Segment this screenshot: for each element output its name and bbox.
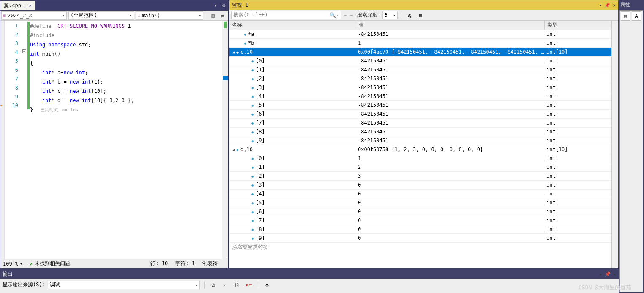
dropdown-icon[interactable]: ▾ [600,271,603,277]
pin-icon[interactable]: 📌 [605,271,611,277]
col-value[interactable]: 值 [356,21,545,30]
editor-status-bar: 109 % ▾ ✔未找到相关问题 行: 10 字符: 1 制表符 [0,259,228,268]
zoom-level[interactable]: 109 % ▾ [3,261,22,267]
watch-row[interactable]: ◈[7] -842150451 int [229,119,611,128]
editor-tab[interactable]: 源.cpp ⊥ × [0,1,35,10]
col-name[interactable]: 名称 [229,21,356,30]
fold-gutter[interactable]: − [22,21,27,259]
row-type: int [545,164,611,170]
row-value: 2 [356,164,545,170]
dropdown-icon[interactable]: ▾ [599,3,602,8]
project-combo[interactable]: ◧2024_2_3▾ [1,11,67,20]
watch-title-bar[interactable]: 监视 1 ▾ 📌 ✕ [229,0,618,10]
row-type: int [545,129,611,135]
watch-row[interactable]: ◈[9] 0 int [229,234,611,243]
code-area[interactable]: ➨ 12345678910 − #define _CRT_SECURE_NO_W… [0,21,228,259]
row-value: -842150451 [356,84,545,90]
row-type: int [545,76,611,81]
breakpoint-gutter[interactable]: ➨ [0,21,5,259]
wrap-icon[interactable]: ↩ [221,281,230,289]
close-icon[interactable]: × [29,3,32,8]
pin-icon[interactable]: ⊥ [24,3,27,8]
watch-row[interactable]: ◈[2] -842150451 int [229,74,611,83]
next-icon[interactable]: → [349,12,354,18]
row-name: [2] [256,173,265,179]
watch-row[interactable]: ◈[0] -842150451 int [229,57,611,65]
watch-row[interactable]: ◈[3] 0 int [229,181,611,190]
watch-row[interactable]: ◈[8] 0 int [229,225,611,234]
issues-status[interactable]: ✔未找到相关问题 [30,260,70,267]
watch-row[interactable]: ◈[4] 0 int [229,190,611,198]
watch-row[interactable]: ◢◈d,10 0x00f50758 {1, 2, 3, 0, 0, 0, 0, … [229,145,611,154]
scrollbar[interactable] [611,21,618,268]
row-type: int [545,138,611,144]
expander-icon[interactable]: ◢ [231,147,236,152]
settings-icon[interactable]: ⚙ [262,281,272,289]
watch-row[interactable]: ◈[6] -842150451 int [229,110,611,119]
properties-title[interactable]: 属性 [619,0,644,9]
watch-row[interactable]: ◈[0] 1 int [229,154,611,163]
code-text[interactable]: #define _CRT_SECURE_NO_WARNINGS 1 #inclu… [30,21,222,259]
gear-icon[interactable]: ⚙ [220,3,228,8]
watch-row[interactable]: ◈[4] -842150451 int [229,92,611,101]
clear-icon[interactable]: ⎚ [209,281,218,289]
row-name: [3] [256,84,265,90]
watch-row[interactable]: ◈[5] -842150451 int [229,101,611,110]
search-input[interactable]: 搜索(Ctrl+E) 🔍 ▾ [231,11,341,19]
cube-icon: ◈ [251,112,254,117]
overview-ruler[interactable] [222,21,228,259]
watch-row[interactable]: ◈[2] 3 int [229,172,611,181]
tab-mode: 制表符 [202,260,218,267]
watch-row[interactable]: ◈[1] 2 int [229,163,611,172]
col-type[interactable]: 类型 [545,21,611,30]
scope-combo[interactable]: (全局范围)▾ [68,11,134,20]
watch-row[interactable]: ◈[8] -842150451 int [229,128,611,136]
row-type: int [545,182,611,188]
search-icon[interactable]: 🔍 [330,12,336,18]
watch-row[interactable]: ◈*a -842150451 int [229,30,611,39]
add-watch-row[interactable]: 添加要监视的项 [229,243,611,252]
goto-icon[interactable]: ⎘ [232,281,242,289]
function-combo[interactable]: ◌main()▾ [136,11,203,20]
line-numbers: 12345678910 [5,21,22,259]
clear-all-icon[interactable]: ✖≡ [244,281,254,289]
watch-row[interactable]: ◈[6] 0 int [229,207,611,216]
cube-icon: ◈ [251,183,254,187]
row-type: int [545,209,611,214]
depth-combo[interactable]: 3▾ [382,11,398,19]
tab-dropdown-icon[interactable]: ▾ [212,3,220,8]
prev-icon[interactable]: ← [343,12,347,18]
expander-icon[interactable]: ◢ [231,50,236,54]
watch-row[interactable]: ◈[3] -842150451 int [229,83,611,92]
close-icon[interactable]: ✕ [613,271,616,277]
close-icon[interactable]: ✕ [613,3,616,8]
row-name: *a [248,31,254,37]
category-icon[interactable]: ▤ [621,11,630,21]
swap-icon[interactable]: ⇄ [218,12,226,19]
row-type: int [545,191,611,197]
pin-icon[interactable]: 📌 [604,3,610,8]
watch-row[interactable]: ◈[1] -842150451 int [229,65,611,74]
filter-icon[interactable]: ⫹ [405,11,414,19]
cube-icon: ◈ [251,174,254,179]
cube-icon: ◈ [251,68,254,72]
fold-toggle-icon[interactable]: − [22,49,26,53]
cube-icon: ◈ [251,201,254,205]
alpha-icon[interactable]: A [632,11,641,21]
row-value: 0 [356,191,545,197]
watch-row[interactable]: ◈[9] -842150451 int [229,136,611,145]
grid-icon[interactable]: ▦ [416,11,425,19]
watch-rows[interactable]: ◈*a -842150451 int ◈*b 1 int ◢◈c,10 0x00… [229,30,611,268]
row-type: int [545,67,611,73]
watch-row[interactable]: ◈*b 1 int [229,39,611,48]
watch-row[interactable]: ◈[7] 0 int [229,216,611,225]
output-title-bar[interactable]: 输出 ▾ 📌 ✕ [0,269,619,279]
watch-row[interactable]: ◢◈c,10 0x00f4ac70 {-842150451, -84215045… [229,48,611,57]
row-type: int [545,173,611,179]
split-icon[interactable]: ▥ [209,12,217,19]
ok-icon: ✔ [30,261,33,267]
row-name: [7] [256,217,265,223]
output-toolbar: 显示输出来源(S): 调试▾ ⎚ ↩ ⎘ ✖≡ ⚙ [0,279,619,290]
output-source-combo[interactable]: 调试▾ [48,281,200,289]
watch-row[interactable]: ◈[5] 0 int [229,198,611,207]
